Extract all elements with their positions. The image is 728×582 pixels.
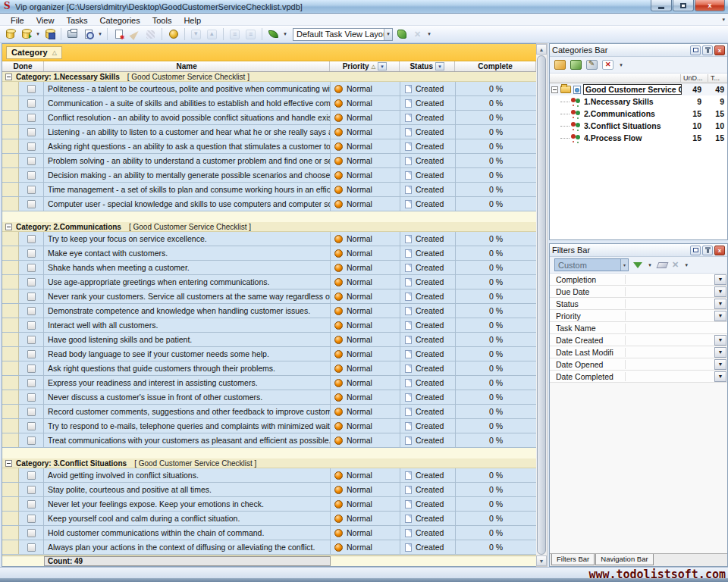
tree-category-item[interactable]: 3.Conflict Situations1010 [550, 120, 727, 132]
filter-value-field[interactable] [626, 322, 727, 333]
done-checkbox[interactable] [27, 529, 36, 537]
done-checkbox[interactable] [27, 379, 36, 387]
task-row[interactable]: Never discuss a customer's issue in fron… [2, 390, 536, 405]
done-checkbox[interactable] [27, 186, 36, 194]
filter-value-field[interactable] [626, 346, 714, 358]
done-checkbox[interactable] [27, 336, 36, 344]
done-checkbox[interactable] [27, 393, 36, 402]
column-header-status[interactable]: Status▼ [400, 61, 455, 71]
done-checkbox[interactable] [27, 264, 36, 272]
categories-toolbar-overflow-dropdown[interactable]: ▾ [618, 62, 624, 68]
tree-collapse-icon[interactable] [551, 86, 558, 93]
close-button[interactable]: x [695, 0, 725, 11]
task-row[interactable]: Have good listening skills and be patien… [2, 333, 536, 347]
filters-restore-button[interactable] [690, 246, 701, 255]
menu-file[interactable]: File [5, 16, 30, 25]
status-filter-dropdown[interactable]: ▼ [435, 62, 444, 70]
task-row[interactable]: Stay polite, courteous and positive at a… [2, 483, 536, 497]
done-checkbox[interactable] [27, 171, 36, 180]
menu-tools[interactable]: Tools [146, 16, 178, 25]
tab-navigation-bar[interactable]: Navigation Bar [595, 554, 653, 565]
category-group-header[interactable]: Category: 2.Communications[ Good Custome… [2, 222, 536, 232]
move-up-button[interactable] [205, 27, 219, 42]
filter-value-field[interactable] [626, 298, 714, 309]
task-row[interactable]: Problem solving - an ability to understa… [2, 154, 536, 168]
collapse-icon[interactable] [5, 74, 12, 80]
save-database-button[interactable] [42, 27, 57, 42]
task-row[interactable]: Interact well with all customers.NormalC… [2, 318, 536, 333]
delete-filter-icon[interactable]: ✕ [672, 260, 679, 270]
task-row[interactable]: Conflict resolution - an ability to avoi… [2, 111, 536, 125]
task-row[interactable]: Treat communications with your customers… [2, 433, 536, 448]
task-row[interactable]: Listening - an ability to listen to a cu… [2, 125, 536, 139]
minimize-button[interactable] [651, 0, 672, 11]
menu-categories[interactable]: Categories [94, 16, 146, 25]
filter-preset-arrow-icon[interactable]: ▾ [620, 259, 628, 271]
open-database-button[interactable] [19, 27, 33, 42]
category-group-header[interactable]: Category: 3.Conflict Situations[ Good Cu… [2, 458, 536, 468]
filter-value-field[interactable] [626, 358, 714, 370]
done-checkbox[interactable] [27, 142, 36, 151]
filter-value-field[interactable] [626, 274, 714, 285]
filter-dropdown-button[interactable]: ▼ [714, 286, 726, 297]
print-preview-button[interactable] [81, 27, 96, 42]
task-row[interactable]: Always plan your actions in the context … [2, 540, 536, 555]
move-bottom-button[interactable] [228, 27, 242, 42]
menu-help[interactable]: Help [177, 16, 207, 25]
filter-value-field[interactable] [626, 334, 714, 346]
done-checkbox[interactable] [27, 422, 36, 430]
done-checkbox[interactable] [27, 408, 36, 416]
tree-category-item[interactable]: 2.Communications1515 [550, 108, 727, 120]
delete-category-icon[interactable] [602, 60, 613, 70]
filter-value-field[interactable] [626, 371, 714, 382]
filter-dropdown-button[interactable]: ▼ [714, 311, 726, 321]
clear-filter-icon[interactable] [657, 262, 669, 268]
task-row[interactable]: Decision making - an ability to mentally… [2, 168, 536, 183]
toolbar-overflow-dropdown[interactable]: ▾ [426, 31, 432, 37]
category-group-header[interactable]: Category: 1.Necessary Skills[ Good Custo… [2, 72, 536, 82]
done-checkbox[interactable] [27, 157, 36, 165]
task-row[interactable]: Try to keep your focus on service excell… [2, 232, 536, 246]
done-checkbox[interactable] [27, 500, 36, 508]
task-row[interactable]: Asking right questions - an ability to a… [2, 139, 536, 154]
filter-dropdown-button[interactable]: ▼ [714, 359, 726, 370]
tree-root-item[interactable]: Good Customer Service Checkl4949 [550, 83, 727, 95]
filters-pin-button[interactable] [702, 246, 713, 255]
clone-task-button[interactable] [143, 27, 158, 42]
print-button[interactable] [65, 27, 80, 42]
add-category-icon[interactable] [554, 60, 566, 70]
done-checkbox[interactable] [27, 543, 36, 552]
task-row[interactable]: Ask right questions that guide customers… [2, 361, 536, 376]
task-row[interactable]: Time management - a set of skills to pla… [2, 183, 536, 197]
delete-layout-button[interactable]: ✕ [410, 27, 425, 42]
task-row[interactable]: Shake hands when meeting a customer.Norm… [2, 261, 536, 275]
new-task-button[interactable] [111, 27, 126, 42]
done-checkbox[interactable] [27, 278, 36, 286]
task-row[interactable]: Read body language to see if your custom… [2, 347, 536, 361]
edit-category-icon[interactable] [586, 60, 598, 70]
task-row[interactable]: Communication - a suite of skills and ab… [2, 96, 536, 111]
filters-close-button[interactable]: x [714, 246, 725, 255]
column-header-done[interactable]: Done [2, 61, 44, 71]
tree-category-item[interactable]: 1.Necessary Skills99 [550, 95, 727, 108]
menu-tasks[interactable]: Tasks [60, 16, 93, 25]
done-checkbox[interactable] [27, 128, 36, 136]
task-row[interactable]: Make eye contact with customers.NormalCr… [2, 246, 536, 261]
maximize-button[interactable] [673, 0, 694, 11]
done-checkbox[interactable] [27, 321, 36, 330]
print-overflow-dropdown[interactable]: ▾ [97, 31, 103, 37]
complete-task-button[interactable] [166, 27, 180, 42]
open-database-dropdown[interactable]: ▾ [35, 31, 41, 37]
collapse-icon[interactable] [5, 460, 12, 467]
menu-view[interactable]: View [30, 16, 61, 25]
collapse-icon[interactable] [5, 224, 12, 230]
task-row[interactable]: Avoid getting involved in conflict situa… [2, 468, 536, 483]
column-header-complete[interactable]: Complete [455, 61, 536, 71]
edit-task-button[interactable] [127, 27, 142, 42]
task-row[interactable]: Record customer comments, suggestions an… [2, 405, 536, 419]
done-checkbox[interactable] [27, 114, 36, 122]
done-checkbox[interactable] [27, 350, 36, 358]
filters-toolbar-overflow-dropdown[interactable]: ▾ [683, 262, 689, 268]
done-checkbox[interactable] [27, 293, 36, 301]
filter-value-field[interactable] [626, 286, 714, 297]
